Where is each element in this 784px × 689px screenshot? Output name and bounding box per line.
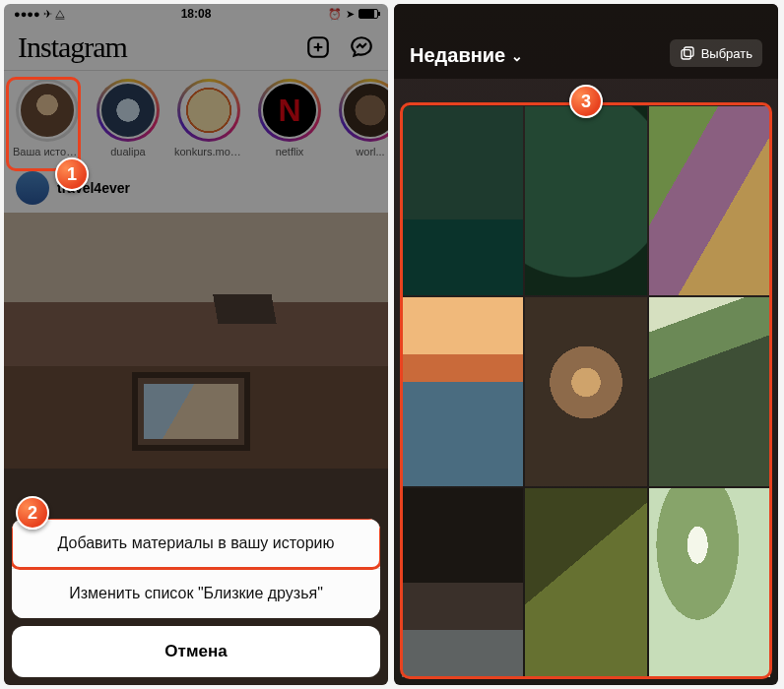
sheet-item-label: Отмена: [164, 642, 227, 660]
svg-rect-2: [682, 50, 690, 59]
select-multiple-button[interactable]: Выбрать: [670, 39, 762, 67]
callout-3: 3: [569, 85, 603, 118]
photo-thumb[interactable]: [525, 297, 646, 486]
sheet-item-label: Добавить материалы в вашу историю: [57, 534, 334, 551]
instagram-feed-screen: 1 ●●●● ✈ ⧋ 18:08 ⏰ ➤ Instagram Ваша исто…: [4, 4, 388, 685]
album-title: Недавние: [410, 44, 505, 67]
gallery-grid: [402, 106, 770, 677]
sheet-add-story[interactable]: Добавить материалы в вашу историю: [12, 519, 380, 568]
album-selector[interactable]: Недавние ⌄: [410, 44, 523, 67]
callout-2: 2: [16, 496, 49, 530]
photo-thumb[interactable]: [649, 106, 770, 295]
photo-thumb[interactable]: [525, 106, 646, 295]
sheet-item-label: Изменить список "Близкие друзья": [69, 585, 323, 601]
gallery-header: Недавние ⌄ Выбрать: [394, 4, 778, 79]
photo-thumb[interactable]: [402, 297, 523, 486]
sheet-close-friends[interactable]: Изменить список "Близкие друзья": [12, 568, 380, 618]
svg-rect-1: [684, 47, 692, 56]
callout-1: 1: [55, 157, 89, 191]
gallery-picker-screen: 3 Недавние ⌄ Выбрать: [394, 4, 778, 685]
action-sheet: Добавить материалы в вашу историю Измени…: [4, 519, 388, 685]
photo-thumb[interactable]: [402, 106, 523, 295]
photo-thumb[interactable]: [649, 488, 770, 677]
select-label: Выбрать: [701, 46, 752, 61]
photo-thumb[interactable]: [649, 297, 770, 486]
photo-thumb[interactable]: [402, 488, 523, 677]
photo-thumb[interactable]: [525, 488, 646, 677]
action-sheet-group: Добавить материалы в вашу историю Измени…: [12, 519, 380, 618]
sheet-cancel[interactable]: Отмена: [12, 626, 380, 677]
multi-select-icon: [680, 45, 695, 61]
chevron-down-icon: ⌄: [511, 48, 523, 64]
